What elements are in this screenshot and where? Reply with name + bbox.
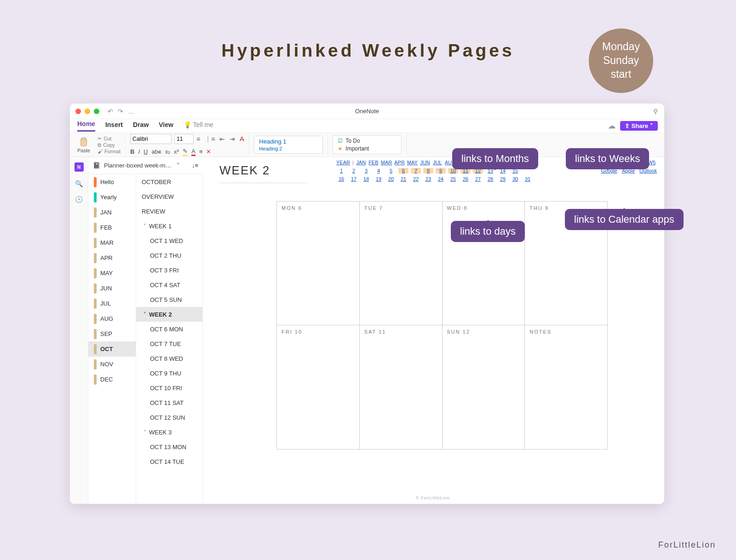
- format-painter-button[interactable]: 🖌Format: [98, 149, 121, 154]
- page-item[interactable]: ˅WEEK 3: [136, 425, 202, 439]
- week-cell[interactable]: SAT 11: [360, 325, 443, 449]
- section-dec[interactable]: DEC: [88, 372, 136, 387]
- page-item[interactable]: OCT 14 TUE: [136, 454, 202, 469]
- page-item[interactable]: ˅WEEK 1: [136, 219, 202, 233]
- link-day-5[interactable]: 5: [386, 168, 396, 173]
- superscript-button[interactable]: x²: [174, 148, 179, 155]
- link-day-8[interactable]: 8: [423, 168, 433, 173]
- bullets-icon[interactable]: ≡: [196, 135, 200, 143]
- close-traffic-icon[interactable]: [75, 109, 81, 114]
- page-item[interactable]: OCT 3 FRI: [136, 263, 202, 277]
- tab-home[interactable]: Home: [77, 120, 95, 132]
- numbering-icon[interactable]: ⋮≡: [205, 135, 215, 143]
- page-item[interactable]: OCTOBER: [136, 174, 202, 189]
- link-day-1[interactable]: 1: [336, 168, 346, 173]
- section-feb[interactable]: FEB: [88, 220, 136, 235]
- link-day-22[interactable]: 22: [411, 176, 421, 182]
- undo-icon[interactable]: ↶: [108, 108, 113, 115]
- sort-icon[interactable]: ↓≡: [192, 162, 198, 169]
- page-item[interactable]: OCT 2 THU: [136, 248, 202, 263]
- indent-icon[interactable]: ⇥: [230, 135, 235, 143]
- tab-view[interactable]: View: [159, 121, 173, 131]
- page-item[interactable]: REVIEW: [136, 204, 202, 219]
- share-button[interactable]: ⇪ Share ˅: [620, 121, 658, 131]
- tell-me[interactable]: 💡 Tell me: [184, 121, 213, 131]
- section-sep[interactable]: SEP: [88, 326, 136, 341]
- page-item[interactable]: OCT 5 SUN: [136, 292, 202, 307]
- link-day-30[interactable]: 30: [510, 176, 520, 182]
- link-day-27[interactable]: 27: [473, 176, 483, 182]
- page-item[interactable]: OCT 4 SAT: [136, 277, 202, 292]
- link-day-28[interactable]: 28: [485, 176, 495, 182]
- week-cell[interactable]: FRI 10: [277, 325, 360, 449]
- section-jun[interactable]: JUN: [88, 281, 136, 296]
- tab-insert[interactable]: Insert: [105, 121, 123, 131]
- underline-button[interactable]: U: [144, 148, 148, 155]
- paste-button[interactable]: Paste: [75, 136, 93, 154]
- strike-button[interactable]: abc̶: [151, 148, 161, 155]
- link-day-3[interactable]: 3: [361, 168, 371, 173]
- page-item[interactable]: OCT 6 MON: [136, 322, 202, 336]
- copy-button[interactable]: ⧉Copy: [98, 142, 121, 148]
- page-item[interactable]: OCT 11 SAT: [136, 395, 202, 410]
- link-day-19[interactable]: 19: [374, 176, 384, 182]
- section-apr[interactable]: APR: [88, 250, 136, 266]
- link-day-25[interactable]: 25: [448, 176, 458, 182]
- link-day-20[interactable]: 20: [386, 176, 396, 182]
- delete-button[interactable]: ✕: [206, 148, 211, 155]
- section-yearly[interactable]: Yearly: [88, 190, 136, 205]
- week-cell[interactable]: TUE 7: [360, 202, 443, 325]
- section-hello[interactable]: Hello: [88, 174, 136, 190]
- search-icon[interactable]: 🔍: [75, 180, 83, 187]
- highlight-button[interactable]: ✎: [183, 148, 188, 156]
- notebook-icon[interactable]: N: [75, 162, 84, 172]
- redo-icon[interactable]: ↷: [118, 108, 123, 115]
- notebook-name[interactable]: Planner-boxed week-md...: [104, 162, 173, 169]
- week-cell[interactable]: MON 6: [277, 202, 360, 325]
- font-color-button[interactable]: A: [191, 148, 196, 156]
- link-month-jun[interactable]: JUN: [420, 160, 430, 165]
- bold-button[interactable]: B: [130, 148, 134, 155]
- page-item[interactable]: OCT 13 MON: [136, 439, 202, 454]
- link-month-year[interactable]: YEAR: [336, 160, 350, 165]
- tags-gallery[interactable]: ☑To Do ★Important: [333, 135, 402, 154]
- cut-button[interactable]: ✂Cut: [98, 136, 121, 142]
- page-item[interactable]: OCT 10 FRI: [136, 381, 202, 395]
- link-day-4[interactable]: 4: [374, 168, 384, 173]
- link-day-23[interactable]: 23: [423, 176, 433, 182]
- page-item[interactable]: OCT 9 THU: [136, 366, 202, 381]
- font-size-select[interactable]: [174, 134, 194, 144]
- section-jul[interactable]: JUL: [88, 296, 136, 311]
- account-icon[interactable]: ⚲: [653, 108, 658, 115]
- overflow-icon[interactable]: …: [128, 108, 134, 115]
- link-day-2[interactable]: 2: [349, 168, 359, 173]
- link-day-9[interactable]: 9: [436, 168, 446, 173]
- link-day-17[interactable]: 17: [349, 176, 359, 182]
- page-item[interactable]: OCT 7 TUE: [136, 336, 202, 351]
- minimize-traffic-icon[interactable]: [85, 109, 90, 114]
- styles-gallery[interactable]: Heading 1 Heading 2: [254, 136, 323, 154]
- section-oct[interactable]: OCT: [88, 341, 136, 357]
- page-item[interactable]: OVERVIEW: [136, 189, 202, 204]
- week-cell[interactable]: NOTES: [525, 325, 607, 449]
- tab-draw[interactable]: Draw: [133, 121, 149, 131]
- font-family-select[interactable]: [130, 134, 172, 144]
- section-jan[interactable]: JAN: [88, 205, 136, 220]
- link-month-jul[interactable]: JUL: [432, 160, 443, 165]
- link-month-apr[interactable]: APR: [394, 160, 405, 165]
- link-month-may[interactable]: MAY: [407, 160, 418, 165]
- section-aug[interactable]: AUG: [88, 311, 136, 326]
- clear-format-icon[interactable]: A̶: [240, 135, 244, 143]
- link-day-31[interactable]: 31: [523, 176, 533, 182]
- link-day-24[interactable]: 24: [436, 176, 446, 182]
- link-day-26[interactable]: 26: [460, 176, 471, 182]
- recent-icon[interactable]: 🕓: [75, 196, 83, 203]
- page-item[interactable]: OCT 12 SUN: [136, 410, 202, 425]
- link-day-29[interactable]: 29: [498, 176, 508, 182]
- chevron-down-icon[interactable]: ˅: [177, 162, 180, 169]
- page-item[interactable]: ˅WEEK 2: [136, 307, 202, 322]
- link-day-21[interactable]: 21: [398, 176, 408, 182]
- link-day-6[interactable]: 6: [398, 168, 408, 173]
- section-mar[interactable]: MAR: [88, 235, 136, 250]
- page-item[interactable]: OCT 8 WED: [136, 351, 202, 366]
